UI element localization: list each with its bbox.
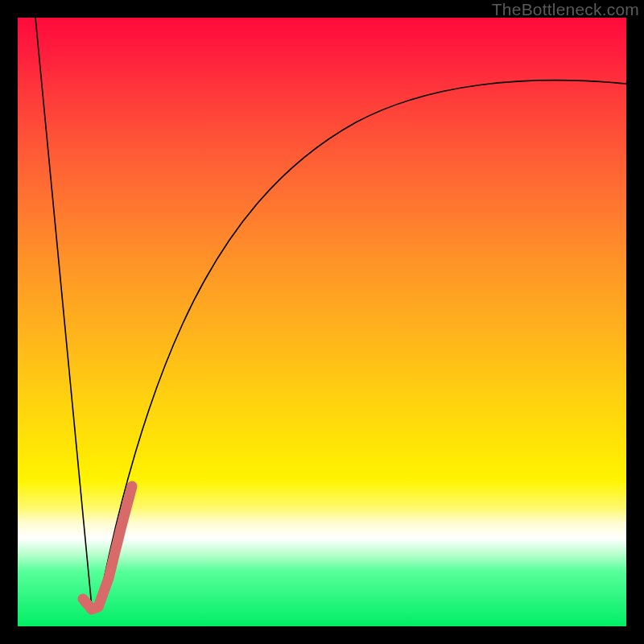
left-branch-line xyxy=(35,18,92,607)
right-branch-line xyxy=(98,80,626,607)
chart-frame: TheBottleneck.com xyxy=(0,0,644,644)
plot-area xyxy=(18,18,626,626)
curve-layer xyxy=(18,18,626,626)
watermark-text: TheBottleneck.com xyxy=(492,0,639,19)
